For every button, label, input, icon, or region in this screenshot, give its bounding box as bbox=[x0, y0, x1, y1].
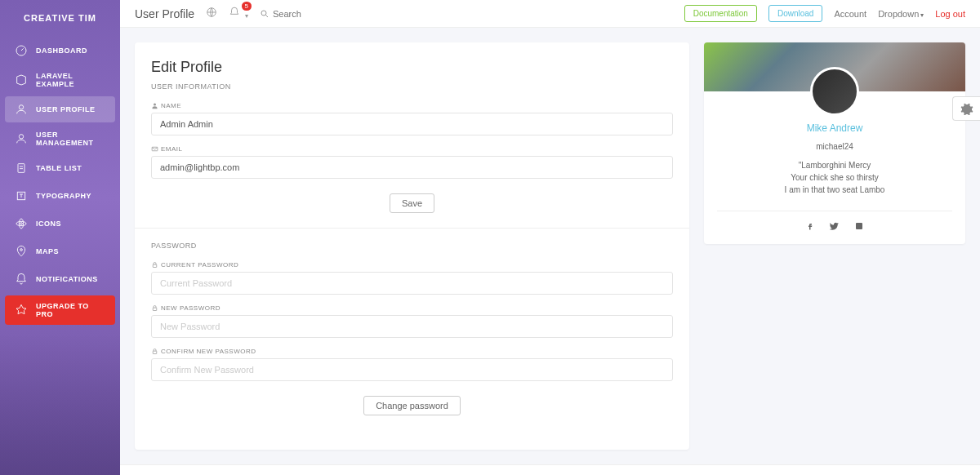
new-password-label: NEW PASSWORD bbox=[151, 304, 673, 312]
sidebar-item-label: ICONS bbox=[36, 220, 61, 228]
rocket-icon bbox=[15, 304, 28, 317]
settings-tab[interactable] bbox=[952, 96, 980, 121]
sidebar-item-label: DASHBOARD bbox=[36, 47, 87, 55]
svg-rect-14 bbox=[153, 308, 157, 310]
sidebar: CREATIVE TIM DASHBOARD LARAVEL EXAMPLE U… bbox=[0, 0, 120, 475]
edit-profile-card: Edit Profile USER INFORMATION NAME EMAIL… bbox=[135, 42, 689, 450]
user-icon bbox=[15, 103, 28, 116]
lock-icon bbox=[151, 304, 158, 312]
profile-quote: "Lamborghini Mercy Your chick she so thi… bbox=[717, 159, 952, 196]
sidebar-item-label: MAPS bbox=[36, 247, 59, 255]
atom-icon bbox=[15, 217, 28, 230]
avatar[interactable] bbox=[810, 67, 859, 116]
confirm-password-input[interactable] bbox=[151, 358, 673, 381]
dropdown-link[interactable]: Dropdown▾ bbox=[878, 9, 924, 19]
envelope-icon bbox=[151, 145, 158, 153]
svg-point-8 bbox=[20, 249, 23, 251]
new-password-input[interactable] bbox=[151, 315, 673, 338]
logout-link[interactable]: Log out bbox=[935, 9, 965, 19]
svg-point-10 bbox=[261, 11, 266, 16]
sidebar-item-label: LARAVEL EXAMPLE bbox=[36, 72, 105, 88]
sidebar-item-upgrade[interactable]: UPGRADE TO PRO bbox=[5, 295, 115, 325]
sidebar-item-notifications[interactable]: NOTIFICATIONS bbox=[5, 266, 115, 292]
notifications-dropdown[interactable]: 5 ▾ bbox=[229, 7, 248, 20]
download-button[interactable]: Download bbox=[768, 5, 822, 22]
page-title: User Profile bbox=[135, 7, 194, 20]
profile-name-link[interactable]: Mike Andrew bbox=[717, 122, 952, 134]
section-label-password: PASSWORD bbox=[151, 242, 673, 250]
brand-logo[interactable]: CREATIVE TIM bbox=[0, 7, 120, 36]
twitter-icon[interactable] bbox=[830, 221, 840, 231]
facebook-icon[interactable] bbox=[805, 221, 815, 231]
card-title: Edit Profile bbox=[151, 59, 673, 76]
svg-point-2 bbox=[19, 135, 23, 139]
svg-point-7 bbox=[19, 219, 23, 229]
sidebar-item-user-profile[interactable]: USER PROFILE bbox=[5, 96, 115, 122]
save-button[interactable]: Save bbox=[390, 193, 434, 213]
pin-icon bbox=[15, 245, 28, 258]
profile-card: Mike Andrew michael24 "Lamborghini Mercy… bbox=[704, 42, 965, 244]
account-link[interactable]: Account bbox=[834, 9, 866, 19]
svg-rect-15 bbox=[153, 351, 157, 353]
sidebar-item-label: UPGRADE TO PRO bbox=[36, 302, 105, 318]
sidebar-item-label: TYPOGRAPHY bbox=[36, 192, 91, 200]
divider bbox=[135, 228, 689, 229]
footer: Creative Tim Updivision About Us Blog © … bbox=[120, 464, 980, 475]
sidebar-item-typography[interactable]: TYPOGRAPHY bbox=[5, 183, 115, 209]
documentation-button[interactable]: Documentation bbox=[684, 5, 757, 22]
bell-icon bbox=[15, 273, 28, 286]
svg-point-5 bbox=[20, 223, 23, 225]
cover-image bbox=[704, 42, 965, 91]
current-password-label: CURRENT PASSWORD bbox=[151, 261, 673, 269]
current-password-input[interactable] bbox=[151, 272, 673, 295]
globe-icon[interactable] bbox=[206, 7, 217, 20]
sidebar-item-label: USER PROFILE bbox=[36, 105, 96, 113]
chevron-down-icon: ▾ bbox=[920, 11, 924, 19]
name-label: NAME bbox=[151, 102, 673, 109]
chevron-down-icon: ▾ bbox=[245, 12, 248, 20]
sidebar-item-maps[interactable]: MAPS bbox=[5, 238, 115, 264]
sidebar-item-laravel[interactable]: LARAVEL EXAMPLE bbox=[5, 65, 115, 95]
user-icon bbox=[151, 102, 158, 109]
dashboard-icon bbox=[15, 44, 28, 57]
clipboard-icon bbox=[15, 162, 28, 175]
gear-icon bbox=[960, 102, 973, 115]
sidebar-item-label: TABLE LIST bbox=[36, 164, 82, 172]
lock-icon bbox=[151, 261, 158, 269]
lock-icon bbox=[151, 348, 158, 355]
search-icon bbox=[260, 9, 270, 19]
social-links bbox=[717, 211, 952, 231]
notification-badge: 5 bbox=[242, 2, 252, 11]
change-password-button[interactable]: Change password bbox=[363, 396, 461, 415]
search-wrap bbox=[260, 9, 338, 19]
confirm-password-label: CONFIRM NEW PASSWORD bbox=[151, 348, 673, 355]
sidebar-item-icons[interactable]: ICONS bbox=[5, 211, 115, 237]
sidebar-item-label: USER MANAGEMENT bbox=[36, 131, 105, 147]
section-label-user: USER INFORMATION bbox=[151, 82, 673, 91]
name-input[interactable] bbox=[151, 113, 673, 135]
topbar: User Profile 5 ▾ Documentation Download … bbox=[120, 0, 980, 28]
svg-rect-13 bbox=[153, 264, 157, 267]
profile-username: michael24 bbox=[717, 142, 952, 151]
google-icon[interactable] bbox=[854, 221, 864, 231]
sidebar-item-label: NOTIFICATIONS bbox=[36, 275, 98, 283]
typography-icon bbox=[15, 189, 28, 202]
email-input[interactable] bbox=[151, 156, 673, 179]
svg-point-1 bbox=[19, 105, 23, 109]
svg-point-11 bbox=[154, 104, 156, 106]
sidebar-item-dashboard[interactable]: DASHBOARD bbox=[5, 38, 115, 64]
svg-rect-16 bbox=[856, 223, 862, 229]
users-icon bbox=[15, 132, 28, 145]
sidebar-item-table[interactable]: TABLE LIST bbox=[5, 155, 115, 181]
email-label: EMAIL bbox=[151, 145, 673, 153]
laravel-icon bbox=[15, 73, 28, 87]
sidebar-item-user-mgmt[interactable]: USER MANAGEMENT bbox=[5, 124, 115, 153]
svg-point-6 bbox=[16, 221, 26, 225]
search-input[interactable] bbox=[273, 9, 338, 19]
svg-rect-3 bbox=[18, 164, 24, 173]
